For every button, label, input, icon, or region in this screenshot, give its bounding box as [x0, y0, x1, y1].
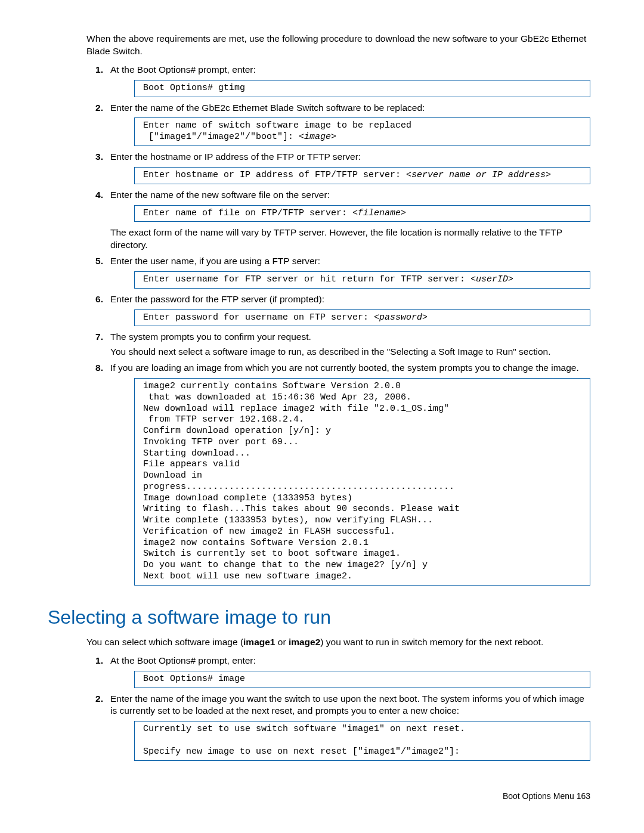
code-text: Enter name of file on FTP/TFTP server:	[143, 208, 352, 218]
step-b1: At the Boot Options# prompt, enter: Boot…	[86, 655, 590, 688]
step-text: Enter the hostname or IP address of the …	[110, 151, 590, 163]
step-text: The system prompts you to confirm your r…	[110, 331, 590, 343]
code-text: Enter password for username on FTP serve…	[143, 312, 374, 323]
step-text: Enter the user name, if you are using a …	[110, 255, 590, 268]
step-text: You should next select a software image …	[110, 346, 590, 358]
step-2: Enter the name of the GbE2c Ethernet Bla…	[86, 102, 590, 146]
code-block: Boot Options# image	[134, 671, 590, 688]
code-block: Enter name of switch software image to b…	[134, 117, 590, 146]
step-1: At the Boot Options# prompt, enter: Boot…	[86, 64, 590, 97]
page-footer: Boot Options Menu 163	[48, 791, 590, 802]
code-text: Enter username for FTP server or hit ret…	[143, 274, 470, 284]
step-6: Enter the password for the FTP server (i…	[86, 293, 590, 327]
step-text: If you are loading an image from which y…	[110, 362, 590, 374]
code-block: Enter name of file on FTP/TFTP server: <…	[134, 205, 590, 222]
text: You can select which software image (	[86, 637, 243, 647]
text: ) you want to run in switch memory for t…	[320, 637, 543, 647]
code-placeholder: <server name or IP address>	[406, 170, 551, 180]
step-text: At the Boot Options# prompt, enter:	[110, 64, 590, 76]
code-text: Enter name of switch software image to b…	[143, 120, 411, 142]
step-3: Enter the hostname or IP address of the …	[86, 151, 590, 184]
step-note: The exact form of the name will vary by …	[110, 227, 590, 252]
step-text: At the Boot Options# prompt, enter:	[110, 655, 590, 667]
step-5: Enter the user name, if you are using a …	[86, 255, 590, 289]
code-block: Currently set to use switch software "im…	[134, 721, 590, 760]
code-block: Enter username for FTP server or hit ret…	[134, 271, 590, 289]
code-text: Enter hostname or IP address of FTP/TFTP…	[143, 170, 406, 180]
section-heading: Selecting a software image to run	[48, 605, 590, 630]
procedure-select-image: At the Boot Options# prompt, enter: Boot…	[86, 655, 590, 761]
code-block: Boot Options# gtimg	[134, 80, 590, 97]
code-block: Enter password for username on FTP serve…	[134, 309, 590, 327]
step-8: If you are loading an image from which y…	[86, 362, 590, 585]
step-text: Enter the password for the FTP server (i…	[110, 293, 590, 306]
intro-paragraph-2: You can select which software image (ima…	[86, 636, 590, 649]
code-block: image2 currently contains Software Versi…	[134, 378, 590, 586]
step-text: Enter the name of the new software file …	[110, 189, 590, 202]
code-placeholder: <userID>	[470, 274, 513, 284]
code-placeholder: <image>	[299, 132, 336, 142]
step-text: Enter the name of the image you want the…	[110, 693, 590, 718]
step-text: Enter the name of the GbE2c Ethernet Bla…	[110, 102, 590, 114]
intro-paragraph: When the above requirements are met, use…	[86, 33, 590, 58]
step-b2: Enter the name of the image you want the…	[86, 693, 590, 761]
bold-image2: image2	[289, 637, 320, 647]
step-7: The system prompts you to confirm your r…	[86, 331, 590, 358]
step-4: Enter the name of the new software file …	[86, 189, 590, 252]
code-block: Enter hostname or IP address of FTP/TFTP…	[134, 167, 590, 184]
code-placeholder: <filename>	[352, 208, 406, 218]
bold-image1: image1	[243, 637, 275, 647]
procedure-download: At the Boot Options# prompt, enter: Boot…	[86, 64, 590, 586]
text: or	[275, 637, 288, 647]
code-placeholder: <password>	[374, 312, 428, 323]
